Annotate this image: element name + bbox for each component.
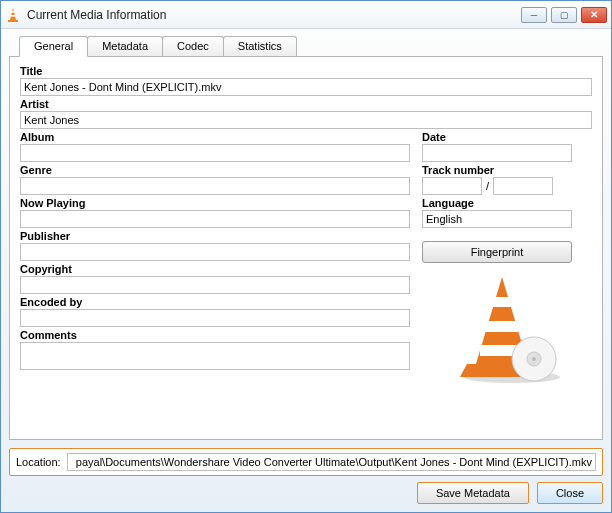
encoded-by-label: Encoded by [20,296,410,308]
language-label: Language [422,197,572,209]
date-input[interactable] [422,144,572,162]
svg-rect-7 [485,321,519,332]
date-label: Date [422,131,572,143]
track-number-label: Track number [422,164,572,176]
language-input[interactable] [422,210,572,228]
comments-label: Comments [20,329,410,341]
location-label: Location: [16,456,61,468]
title-input[interactable] [20,78,592,96]
tab-statistics[interactable]: Statistics [223,36,297,57]
tab-codec[interactable]: Codec [162,36,224,57]
media-info-window: Current Media Information ─ ▢ ✕ General … [0,0,612,513]
content-area: General Metadata Codec Statistics Title … [1,29,611,448]
svg-rect-6 [490,297,514,307]
now-playing-input[interactable] [20,210,410,228]
svg-rect-3 [8,20,18,22]
window-controls: ─ ▢ ✕ [521,7,607,23]
artist-label: Artist [20,98,592,110]
tab-bar: General Metadata Codec Statistics [19,35,603,56]
tab-general[interactable]: General [19,36,88,57]
svg-rect-1 [11,11,15,13]
encoded-by-input[interactable] [20,309,410,327]
bottom-area: Location: Save Metadata Close [1,448,611,512]
tab-metadata[interactable]: Metadata [87,36,163,57]
fingerprint-button[interactable]: Fingerprint [422,241,572,263]
album-label: Album [20,131,410,143]
vlc-cone-icon [5,7,21,23]
svg-rect-2 [11,15,16,17]
copyright-label: Copyright [20,263,410,275]
track-number-input-a[interactable] [422,177,482,195]
window-title: Current Media Information [27,8,521,22]
track-separator: / [486,180,489,192]
album-art [452,269,572,384]
comments-input[interactable] [20,342,410,370]
publisher-label: Publisher [20,230,410,242]
close-window-button[interactable]: ✕ [581,7,607,23]
location-input[interactable] [67,453,596,471]
svg-marker-0 [10,8,16,20]
artist-input[interactable] [20,111,592,129]
close-button[interactable]: Close [537,482,603,504]
save-metadata-button[interactable]: Save Metadata [417,482,529,504]
location-box: Location: [9,448,603,476]
now-playing-label: Now Playing [20,197,410,209]
track-number-input-b[interactable] [493,177,553,195]
maximize-button[interactable]: ▢ [551,7,577,23]
genre-input[interactable] [20,177,410,195]
title-bar: Current Media Information ─ ▢ ✕ [1,1,611,29]
title-label: Title [20,65,592,77]
publisher-input[interactable] [20,243,410,261]
tab-panel-general: Title Artist Album Date Genre [9,56,603,440]
album-input[interactable] [20,144,410,162]
copyright-input[interactable] [20,276,410,294]
minimize-button[interactable]: ─ [521,7,547,23]
genre-label: Genre [20,164,410,176]
svg-point-12 [532,357,536,361]
bottom-buttons: Save Metadata Close [9,482,603,504]
